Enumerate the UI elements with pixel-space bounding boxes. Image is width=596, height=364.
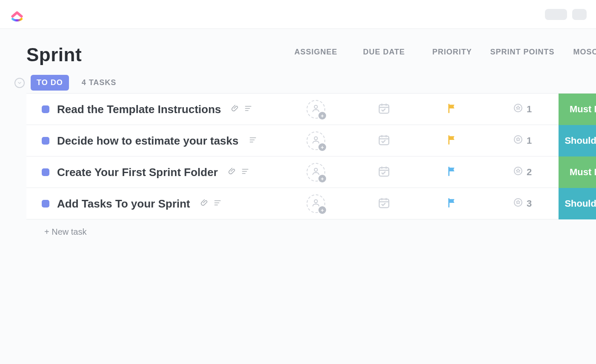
status-group-header: TO DO 4 TASKS — [14, 75, 596, 91]
chevron-down-icon — [17, 80, 22, 85]
status-square-icon[interactable] — [42, 200, 49, 208]
task-name[interactable]: Decide how to estimate your tasks — [57, 134, 238, 148]
points-value: 1 — [527, 135, 532, 146]
svg-point-5 — [514, 136, 522, 143]
top-action-button-2[interactable] — [572, 9, 587, 20]
task-title-cell[interactable]: Decide how to estimate your tasks — [26, 134, 282, 148]
due-date-cell[interactable] — [350, 134, 418, 148]
column-headers: . ASSIGNEE DUE DATE PRIORITY SPRINT POIN… — [26, 48, 596, 59]
plus-icon: + — [318, 112, 326, 119]
points-value: 3 — [527, 198, 532, 209]
status-square-icon[interactable] — [42, 137, 49, 145]
svg-point-11 — [514, 199, 522, 206]
top-action-button-1[interactable] — [545, 9, 567, 20]
sprint-points-cell[interactable]: 1 — [486, 103, 559, 116]
svg-point-6 — [314, 168, 317, 171]
column-header-priority[interactable]: PRIORITY — [418, 48, 486, 57]
description-icon[interactable] — [213, 199, 222, 209]
add-assignee-button[interactable]: + — [307, 100, 325, 119]
task-row[interactable]: Read the Template Instructions + 1 — [26, 94, 596, 125]
description-icon[interactable] — [244, 104, 252, 114]
attachment-icon[interactable] — [228, 167, 237, 177]
svg-rect-4 — [379, 136, 389, 145]
due-date-cell[interactable] — [350, 196, 418, 211]
task-table: Read the Template Instructions + 1 — [26, 93, 596, 219]
task-row[interactable]: Add Tasks To your Sprint + 3 S — [26, 188, 596, 219]
plus-icon: + — [318, 175, 326, 182]
task-inline-actions — [228, 167, 249, 177]
task-title-cell[interactable]: Create Your First Sprint Folder — [26, 166, 282, 179]
column-header-due-date[interactable]: DUE DATE — [350, 48, 418, 57]
task-inline-actions — [231, 104, 252, 114]
priority-cell[interactable] — [418, 103, 486, 116]
column-header-moscow[interactable]: MOSCOW — [559, 48, 596, 57]
status-chip-todo[interactable]: TO DO — [31, 75, 69, 91]
app-logo[interactable] — [9, 7, 25, 22]
status-square-icon[interactable] — [42, 105, 49, 113]
flag-icon — [447, 197, 458, 210]
attachment-icon[interactable] — [231, 104, 240, 114]
calendar-icon — [378, 134, 390, 148]
priority-cell[interactable] — [418, 166, 486, 179]
assignee-cell[interactable]: + — [282, 163, 350, 182]
task-row[interactable]: Decide how to estimate your tasks + 1 — [26, 125, 596, 156]
moscow-cell[interactable]: Should Have — [559, 125, 596, 156]
app-root: Sprint . ASSIGNEE DUE DATE PRIORITY SPRI… — [0, 0, 596, 364]
calendar-icon — [378, 102, 390, 117]
assignee-cell[interactable]: + — [282, 131, 350, 150]
collapse-toggle[interactable] — [14, 78, 25, 88]
content-area: Sprint . ASSIGNEE DUE DATE PRIORITY SPRI… — [0, 29, 596, 237]
attachment-icon[interactable] — [201, 199, 209, 209]
add-assignee-button[interactable]: + — [307, 131, 325, 150]
column-header-sprint-points[interactable]: SPRINT POINTS — [486, 48, 559, 57]
moscow-cell[interactable]: Must Have — [559, 156, 596, 188]
due-date-cell[interactable] — [350, 102, 418, 117]
priority-cell[interactable] — [418, 197, 486, 210]
moscow-cell[interactable]: Should Have — [559, 188, 596, 219]
status-square-icon[interactable] — [42, 168, 49, 176]
star-icon — [513, 103, 523, 116]
task-name[interactable]: Create Your First Sprint Folder — [57, 166, 218, 179]
moscow-cell[interactable]: Must Have — [559, 94, 596, 125]
task-name[interactable]: Read the Template Instructions — [57, 103, 221, 116]
moscow-label: Must Have — [570, 167, 596, 178]
new-task-label: + New task — [44, 227, 86, 237]
star-icon — [513, 134, 523, 147]
svg-rect-10 — [379, 199, 389, 208]
description-icon[interactable] — [249, 136, 257, 146]
moscow-label: Should Have — [564, 135, 596, 146]
task-title-cell[interactable]: Add Tasks To your Sprint — [26, 197, 282, 210]
svg-point-2 — [514, 104, 522, 112]
sprint-points-cell[interactable]: 3 — [486, 197, 559, 210]
description-icon[interactable] — [241, 167, 249, 177]
calendar-icon — [378, 196, 390, 211]
task-title-cell[interactable]: Read the Template Instructions — [26, 103, 282, 116]
column-header-assignee[interactable]: ASSIGNEE — [282, 48, 350, 57]
clickup-logo-icon — [9, 7, 25, 22]
svg-point-3 — [314, 137, 317, 140]
svg-point-0 — [314, 105, 317, 108]
assignee-cell[interactable]: + — [282, 100, 350, 119]
flag-icon — [447, 166, 458, 179]
due-date-cell[interactable] — [350, 165, 418, 179]
add-assignee-button[interactable]: + — [307, 163, 325, 182]
sprint-points-cell[interactable]: 2 — [486, 166, 559, 179]
svg-point-9 — [314, 200, 317, 203]
priority-cell[interactable] — [418, 134, 486, 147]
new-task-button[interactable]: + New task — [26, 219, 596, 237]
task-name[interactable]: Add Tasks To your Sprint — [57, 197, 190, 210]
add-assignee-button[interactable]: + — [307, 194, 325, 213]
assignee-cell[interactable]: + — [282, 194, 350, 213]
task-count-label: 4 TASKS — [82, 78, 117, 87]
top-bar — [0, 0, 596, 29]
moscow-label: Should Have — [564, 198, 596, 209]
star-icon — [513, 166, 523, 179]
task-row[interactable]: Create Your First Sprint Folder + 2 — [26, 156, 596, 188]
plus-icon: + — [318, 143, 326, 151]
sprint-points-cell[interactable]: 1 — [486, 134, 559, 147]
svg-rect-1 — [379, 105, 389, 113]
flag-icon — [447, 134, 458, 147]
calendar-icon — [378, 165, 390, 179]
points-value: 2 — [527, 167, 532, 178]
task-inline-actions — [201, 199, 222, 209]
